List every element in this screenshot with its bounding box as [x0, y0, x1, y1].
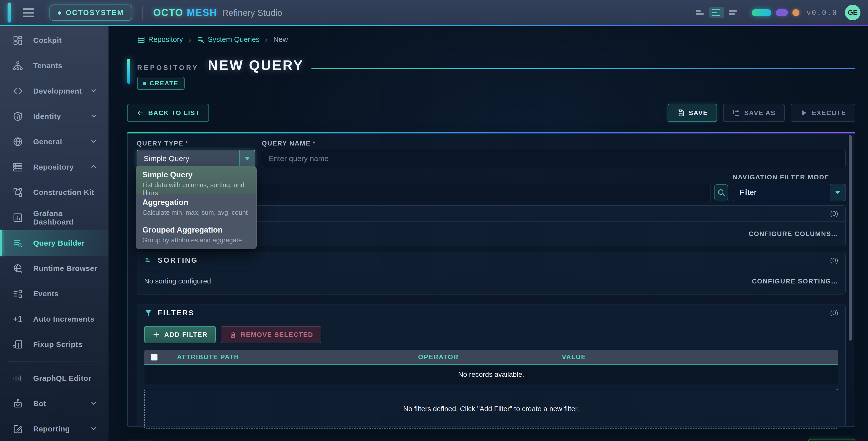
user-avatar[interactable]: GE: [845, 5, 861, 20]
sidebar-item-auto-increments[interactable]: +1 Auto Increments: [0, 306, 108, 332]
required-asterisk: *: [313, 139, 316, 147]
bar-chart-panel-icon: [12, 212, 24, 223]
breadcrumb-system-queries-link[interactable]: System Queries: [197, 35, 259, 44]
sidebar-item-construction-kit[interactable]: Construction Kit: [0, 180, 108, 205]
globe-icon: [12, 136, 24, 147]
sidebar-item-label: Repository: [33, 163, 90, 171]
sidebar-item-label: Development: [33, 87, 90, 95]
remove-selected-button[interactable]: REMOVE SELECTED: [221, 326, 321, 343]
sidebar-item-cockpit[interactable]: Cockpit: [0, 28, 108, 53]
report-edit-icon: [12, 423, 24, 435]
breadcrumb-repository-link[interactable]: Repository: [137, 35, 183, 44]
panel-scrollbar[interactable]: [849, 135, 852, 341]
select-all-checkbox[interactable]: [151, 354, 157, 361]
search-button[interactable]: [714, 184, 728, 200]
breadcrumb: Repository › System Queries › New: [137, 35, 855, 44]
navigation-filter-mode-label: NAVIGATION FILTER MODE: [733, 173, 846, 181]
sidebar-item-label: GraphQL Editor: [33, 374, 97, 382]
chevron-down-icon: [835, 191, 840, 194]
sidebar-item-graphql-editor[interactable]: GraphQL Editor: [0, 366, 108, 391]
sidebar-item-development[interactable]: Development: [0, 78, 108, 104]
sidebar-item-identity[interactable]: Identity: [0, 104, 108, 129]
sidebar-item-grafana-dashboard[interactable]: Grafana Dashboard: [0, 205, 108, 230]
filters-count-badge: (0): [830, 309, 838, 317]
filters-table-header: ATTRIBUTE PATH OPERATOR VALUE: [145, 350, 838, 365]
diamond-icon: ◆: [58, 9, 62, 15]
octosystem-badge: ◆ OCTOSYSTEM: [50, 4, 132, 21]
theme-pills: [752, 9, 800, 16]
sidebar: Cockpit Tenants Development Identity Gen…: [0, 26, 108, 441]
breadcrumb-separator: ›: [189, 35, 191, 44]
create-mode-badge: CREATE: [137, 77, 185, 90]
sidebar-item-repository[interactable]: Repository: [0, 154, 108, 180]
sidebar-item-tenants[interactable]: Tenants: [0, 53, 108, 78]
sidebar-item-events[interactable]: Events: [0, 281, 108, 306]
filters-empty-state: No filters defined. Click "Add Filter" t…: [144, 389, 838, 429]
density-spacious-button[interactable]: [726, 7, 740, 18]
teal-gradient-pill: [752, 9, 771, 16]
sidebar-item-runtime-browser[interactable]: Runtime Browser: [0, 256, 108, 281]
chevron-down-icon: [244, 157, 250, 160]
query-type-select[interactable]: Simple Query: [136, 150, 255, 167]
search-icon: [717, 188, 725, 197]
density-compact-button[interactable]: [693, 7, 707, 18]
required-asterisk: *: [185, 139, 188, 147]
chevron-down-icon: [90, 425, 97, 433]
sidebar-item-reporting[interactable]: Reporting: [0, 416, 108, 441]
sidebar-item-label: Tenants: [33, 62, 97, 70]
sidebar-item-general[interactable]: General: [0, 129, 108, 154]
sort-bars-icon: [144, 256, 153, 264]
navigation-filter-mode-value: Filter: [733, 184, 830, 201]
orange-pill: [793, 9, 800, 16]
query-name-input[interactable]: [262, 150, 846, 167]
density-toggle: [690, 4, 743, 21]
sorting-title: SORTING: [158, 256, 198, 264]
top-bar: ◆ OCTOSYSTEM OCTO MESH Refinery Studio v…: [0, 0, 868, 25]
query-type-value: Simple Query: [137, 150, 239, 167]
sidebar-item-label: General: [33, 137, 90, 146]
funnel-icon: [144, 309, 153, 317]
filters-table-empty-row: No records available.: [145, 365, 838, 384]
menu-toggle-button[interactable]: [23, 8, 34, 17]
execute-button[interactable]: EXECUTE: [790, 104, 855, 122]
columns-count-badge: (0): [830, 210, 838, 217]
dropdown-option-simple-query[interactable]: Simple Query List data with columns, sor…: [136, 166, 256, 194]
sidebar-item-label: Identity: [33, 112, 90, 121]
configure-columns-link[interactable]: CONFIGURE COLUMNS...: [749, 230, 838, 238]
select-arrow-button[interactable]: [239, 150, 255, 167]
floppy-disk-icon: [677, 109, 685, 117]
query-name-label: QUERY NAME*: [262, 139, 846, 147]
plus-one-icon: +1: [12, 314, 24, 324]
navigation-filter-mode-select[interactable]: Filter: [733, 183, 846, 201]
page-eyebrow: REPOSITORY: [137, 64, 199, 72]
filters-title: FILTERS: [158, 309, 195, 317]
sorting-empty-text: No sorting configured: [144, 277, 211, 285]
trash-icon: [229, 331, 237, 339]
brand-accent-bar: [7, 2, 11, 23]
column-header-attribute-path: ATTRIBUTE PATH: [177, 353, 418, 361]
save-button[interactable]: SAVE: [668, 104, 717, 122]
logo-primary: OCTO: [153, 7, 183, 18]
sidebar-item-label: Fixup Scripts: [33, 340, 97, 349]
app-version: v0.0.0: [806, 8, 837, 17]
title-underline: [311, 68, 855, 69]
hierarchy-icon: [12, 60, 24, 71]
sidebar-item-label: Query Builder: [33, 239, 97, 247]
density-comfortable-button[interactable]: [709, 7, 724, 18]
dropdown-option-grouped-aggregation[interactable]: Grouped Aggregation Group by attributes …: [136, 222, 256, 249]
sidebar-item-label: Runtime Browser: [33, 264, 97, 273]
select-arrow-button[interactable]: [830, 184, 845, 201]
sidebar-item-bot[interactable]: Bot: [0, 391, 108, 416]
sidebar-item-fixup-scripts[interactable]: Fixup Scripts: [0, 332, 108, 357]
page-header: REPOSITORY NEW QUERY CREATE: [127, 57, 855, 90]
save-as-button[interactable]: SAVE AS: [723, 104, 785, 122]
query-type-label: QUERY TYPE*: [136, 139, 255, 147]
sidebar-item-query-builder[interactable]: Query Builder: [0, 230, 108, 256]
back-to-list-button[interactable]: BACK TO LIST: [127, 104, 209, 122]
add-filter-button[interactable]: ADD FILTER: [144, 326, 216, 343]
query-type-dropdown-menu: Simple Query List data with columns, sor…: [135, 166, 257, 249]
page-title: NEW QUERY: [208, 57, 304, 73]
configure-sorting-link[interactable]: CONFIGURE SORTING...: [752, 277, 838, 285]
column-header-value: VALUE: [562, 353, 838, 361]
dropdown-option-aggregation[interactable]: Aggregation Calculate min, max, sum, avg…: [136, 194, 256, 222]
